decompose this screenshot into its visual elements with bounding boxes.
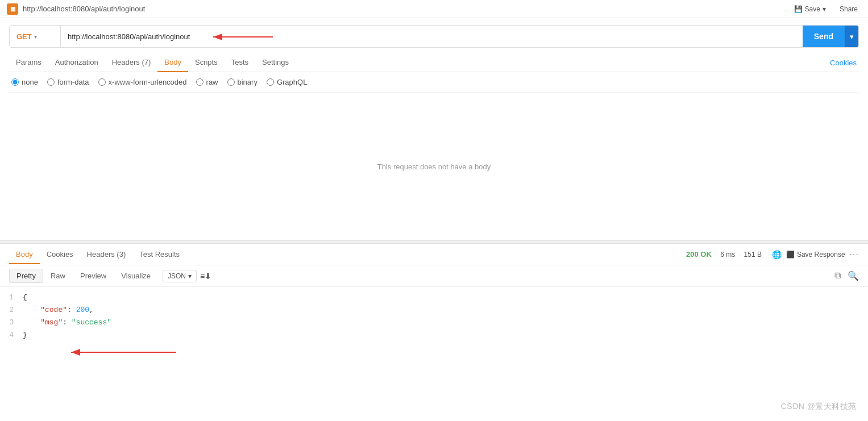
response-area: Body Cookies Headers (3) Test Results 20… [0,244,868,346]
resp-tab-body[interactable]: Body [9,245,40,264]
pretty-tab-visualize[interactable]: Visualize [114,269,158,283]
pretty-tab-pretty[interactable]: Pretty [9,269,43,283]
response-meta: 200 OK · 6 ms · 151 B 🌐 ⬛ Save Response … [686,249,859,260]
send-dropdown-button[interactable]: ▾ [845,26,858,47]
code-line-4: 4 } [0,329,868,341]
share-button[interactable]: Share [836,4,861,14]
response-actions: 🌐 ⬛ Save Response ··· [772,249,859,260]
format-text: JSON [168,272,186,280]
line-content-1: { [23,291,27,304]
method-select[interactable]: GET ▾ [10,26,61,47]
method-text: GET [16,32,32,41]
send-button[interactable]: Send [803,26,845,47]
top-bar: ▦ http://localhost:8080/api/auth/loginou… [0,0,868,18]
body-options: none form-data x-www-form-urlencoded raw… [9,72,859,93]
line-content-4: } [23,329,27,341]
app-icon: ▦ [7,3,18,15]
line-content-3: "msg": "success" [23,316,111,329]
line-content-2: "code": 200, [23,304,94,316]
response-tabs-left: Body Cookies Headers (3) Test Results [9,245,186,264]
response-arrow [68,347,182,358]
save-response-button[interactable]: ⬛ Save Response [786,251,845,259]
url-input[interactable] [61,26,803,47]
pretty-tabs-row: Pretty Raw Preview Visualize JSON ▾ ≡⬇ ⧉… [0,265,868,287]
top-bar-title: http://localhost:8080/api/auth/loginout [23,5,145,13]
tab-authorization[interactable]: Authorization [48,53,105,72]
body-option-binary[interactable]: binary [227,78,258,86]
line-number-4: 4 [0,329,23,341]
method-chevron-icon: ▾ [34,34,37,40]
line-number-1: 1 [0,291,23,304]
format-chevron-icon: ▾ [188,272,192,280]
send-chevron-icon: ▾ [850,32,854,41]
send-btn-group: Send ▾ [803,26,858,47]
body-option-graphql[interactable]: GraphQL [267,78,307,86]
response-tabs-row: Body Cookies Headers (3) Test Results 20… [0,244,868,265]
code-line-2: 2 "code": 200, [0,304,868,316]
code-area: 1 { 2 "code": 200, 3 "msg": "success" 4 … [0,287,868,346]
top-bar-left: ▦ http://localhost:8080/api/auth/loginou… [7,3,145,15]
tab-body[interactable]: Body [157,53,188,72]
tab-headers[interactable]: Headers (7) [105,53,158,72]
watermark: CSDN @景天科技苑 [781,402,857,412]
format-selector[interactable]: JSON ▾ [163,270,197,282]
code-line-1: 1 { [0,291,868,304]
tab-tests[interactable]: Tests [225,53,255,72]
tab-params[interactable]: Params [9,53,48,72]
response-time: 6 ms [720,251,735,259]
cookies-link[interactable]: Cookies [830,59,859,67]
resp-tab-test-results[interactable]: Test Results [132,245,186,264]
pretty-tab-raw[interactable]: Raw [43,269,73,283]
body-option-raw[interactable]: raw [196,78,218,86]
copy-icon[interactable]: ⧉ [834,270,841,281]
code-line-3: 3 "msg": "success" [0,316,868,329]
more-options-button[interactable]: ··· [850,249,859,260]
pretty-tabs-right: ⧉ 🔍 [834,270,859,281]
no-body-message: This request does not have a body [377,162,491,171]
url-bar: GET ▾ Send ▾ [9,25,859,48]
resp-tab-cookies[interactable]: Cookies [40,245,80,264]
filter-icon[interactable]: ≡⬇ [200,272,211,281]
resp-tab-headers[interactable]: Headers (3) [80,245,133,264]
globe-icon[interactable]: 🌐 [772,250,782,259]
body-option-urlencoded[interactable]: x-www-form-urlencoded [98,78,187,86]
status-badge: 200 OK [686,250,712,259]
request-body-area: This request does not have a body [9,93,859,240]
body-option-none[interactable]: none [11,78,38,86]
line-number-3: 3 [0,316,23,329]
search-icon[interactable]: 🔍 [848,270,859,281]
save-floppy-icon: ⬛ [786,251,795,259]
line-number-2: 2 [0,304,23,316]
save-chevron-icon: ▾ [823,5,826,13]
request-area: GET ▾ Send ▾ Params Aut [0,18,868,240]
save-button[interactable]: 💾 Save ▾ [791,4,829,14]
response-size: 151 B [744,251,762,259]
body-option-form-data[interactable]: form-data [47,78,89,86]
tab-scripts[interactable]: Scripts [188,53,225,72]
tab-settings[interactable]: Settings [255,53,296,72]
request-tabs: Params Authorization Headers (7) Body Sc… [9,53,859,72]
save-icon: 💾 [794,5,803,13]
top-bar-right: 💾 Save ▾ Share [791,4,861,14]
pretty-tab-preview[interactable]: Preview [73,269,114,283]
